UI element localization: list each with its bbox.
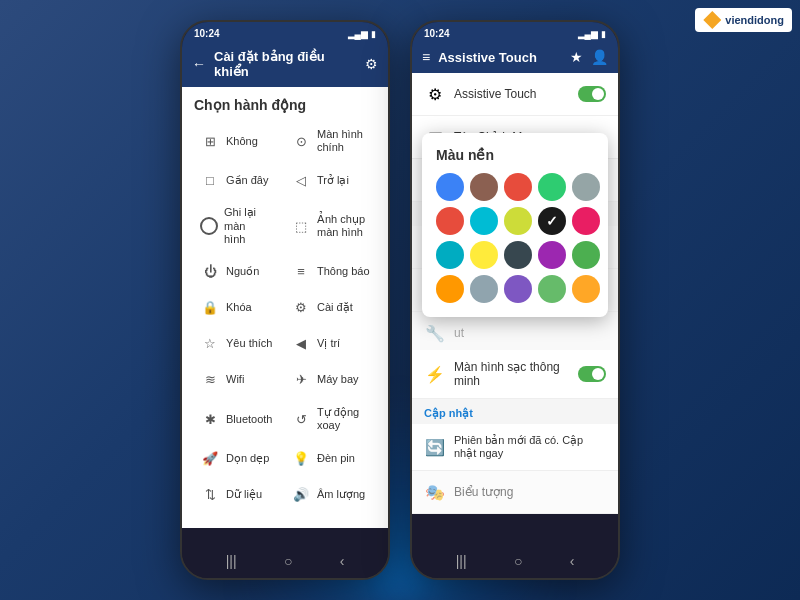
action-thong-bao[interactable]: ≡ Thông báo [285,255,376,289]
color-picker-title: Màu nền [436,147,594,163]
action-wifi[interactable]: ≋ Wifi [194,363,285,397]
color-circle[interactable] [436,241,464,269]
action-am-luong[interactable]: 🔊 Âm lượng [285,477,376,511]
color-circle[interactable] [436,173,464,201]
action-icon-nguon: ⏻ [200,262,220,282]
action-icon-denpin: 💡 [291,448,311,468]
phone2-content: ⚙ Assistive Touch ▦ Tùy Chỉnh Menu 🌐 Cài [412,73,618,514]
color-circle[interactable] [504,207,532,235]
man-hinh-sac-toggle[interactable] [578,366,606,382]
phone1-nav-home[interactable]: ○ [284,553,292,569]
action-tu-dong-xoay[interactable]: ↺ Tự độngxoay [285,399,376,439]
man-hinh-sac-icon: ⚡ [424,363,446,385]
action-cai-dat[interactable]: ⚙ Cài đặt [285,291,376,325]
action-label-caidat: Cài đặt [317,301,353,314]
phone2-header: ≡ Assistive Touch ★ 👤 [412,43,618,73]
phone2-nav-home[interactable]: ○ [514,553,522,569]
action-khong[interactable]: ⊞ Không [194,121,285,161]
action-du-lieu[interactable]: ⇅ Dữ liệu [194,477,285,511]
action-icon-thongbao: ≡ [291,262,311,282]
bieu-tuong-icon: 🎭 [424,481,446,503]
action-label-khong: Không [226,135,258,148]
back-arrow-icon[interactable]: ← [192,56,206,72]
color-circle[interactable] [470,241,498,269]
action-man-hinh-chinh[interactable]: ⊙ Màn hìnhchính [285,121,376,161]
action-icon-khoa: 🔒 [200,298,220,318]
action-nguon[interactable]: ⏻ Nguồn [194,255,285,289]
phone1-settings-icon[interactable]: ⚙ [365,56,378,72]
phone1-status-icons: ▂▄▆ ▮ [348,29,376,39]
action-khoa[interactable]: 🔒 Khóa [194,291,285,325]
color-circle[interactable] [538,275,566,303]
action-label-dulieu: Dữ liệu [226,488,262,501]
color-circle[interactable] [538,207,566,235]
phone2-star-icon[interactable]: ★ [570,49,583,65]
action-icon-dulieu: ⇅ [200,484,220,504]
action-don-dep[interactable]: 🚀 Dọn dẹp [194,441,285,475]
bg3-icon: 🔧 [424,322,446,344]
phone1-nav-menu[interactable]: ||| [226,553,237,569]
phone1-screen: 10:24 ▂▄▆ ▮ ← Cài đặt bảng điều khiển ⚙ … [182,22,388,543]
action-ghi-lai[interactable]: Ghi lại mànhình [194,199,285,253]
color-circle[interactable] [470,207,498,235]
phien-ban-icon: 🔄 [424,436,446,458]
phone-right: 10:24 ▂▄▆ ▮ ≡ Assistive Touch ★ 👤 ⚙ Assi… [410,20,620,580]
action-icon-dondep: 🚀 [200,448,220,468]
phone2-nav-back[interactable]: ‹ [570,553,575,569]
phone2-menu-icon[interactable]: ≡ [422,49,430,65]
setting-bg3: 🔧 ut [412,312,618,355]
action-icon-khong: ⊞ [200,131,220,151]
phone2-title: Assistive Touch [438,50,562,65]
action-vi-tri[interactable]: ◀ Vị trí [285,327,376,361]
color-circle[interactable] [538,241,566,269]
color-circle[interactable] [470,173,498,201]
phone1-nav-back[interactable]: ‹ [340,553,345,569]
color-circle[interactable] [504,275,532,303]
dialog-title: Chọn hành động [194,97,376,113]
phone1-status-bar: 10:24 ▂▄▆ ▮ [182,22,388,43]
chon-hanh-dong-dialog: Chọn hành động ⊞ Không ⊙ Màn hìnhchính [182,87,388,521]
logo-diamond-icon [703,11,721,29]
color-circle[interactable] [572,275,600,303]
phone1-time: 10:24 [194,28,220,39]
color-circle[interactable] [572,207,600,235]
setting-man-hinh-sac[interactable]: ⚡ Màn hình sạc thông minh [412,350,618,399]
action-tro-lai[interactable]: ◁ Trở lại [285,163,376,197]
setting-assistive-touch[interactable]: ⚙ Assistive Touch [412,73,618,116]
phone2-person-icon[interactable]: 👤 [591,49,608,65]
action-bluetooth[interactable]: ✱ Bluetooth [194,399,285,439]
phone1-bottom-nav: ||| ○ ‹ [182,543,388,578]
phone2-nav-menu[interactable]: ||| [456,553,467,569]
action-den-pin[interactable]: 💡 Đèn pin [285,441,376,475]
setting-bieu-tuong[interactable]: 🎭 Biểu tượng [412,471,618,514]
color-circle[interactable] [572,173,600,201]
action-icon-anhchup: ⬚ [291,216,311,236]
color-circle[interactable] [436,207,464,235]
action-anh-chup[interactable]: ⬚ Ảnh chụpmàn hình [285,199,376,253]
action-label-anhchup: Ảnh chụpmàn hình [317,213,365,239]
below-modal-section: ⚡ Màn hình sạc thông minh Cập nhật 🔄 Phi… [412,350,618,514]
assistive-touch-toggle[interactable] [578,86,606,102]
phone1-content: Chọn hành động ⊞ Không ⊙ Màn hìnhchính [182,87,388,528]
color-circle[interactable] [470,275,498,303]
color-circle[interactable] [572,241,600,269]
phone2-status-bar: 10:24 ▂▄▆ ▮ [412,22,618,43]
action-yeu-thich[interactable]: ☆ Yêu thích [194,327,285,361]
action-may-bay[interactable]: ✈ Máy bay [285,363,376,397]
color-circle[interactable] [436,275,464,303]
phone2-signal-icon: ▂▄▆ [578,29,598,39]
phones-container: 10:24 ▂▄▆ ▮ ← Cài đặt bảng điều khiển ⚙ … [0,0,800,600]
color-circle[interactable] [504,173,532,201]
action-icon-manhinh: ⊙ [291,131,311,151]
color-grid [436,173,594,303]
color-circle[interactable] [538,173,566,201]
phone1-title: Cài đặt bảng điều khiển [214,49,357,79]
action-label-nguon: Nguồn [226,265,259,278]
action-gan-day[interactable]: □ Gần đây [194,163,285,197]
action-label-bluetooth: Bluetooth [226,413,272,426]
action-icon-amluong: 🔊 [291,484,311,504]
phone-left: 10:24 ▂▄▆ ▮ ← Cài đặt bảng điều khiển ⚙ … [180,20,390,580]
phone2-time: 10:24 [424,28,450,39]
setting-phien-ban[interactable]: 🔄 Phiên bản mới đã có. Cập nhật ngay [412,424,618,471]
color-circle[interactable] [504,241,532,269]
